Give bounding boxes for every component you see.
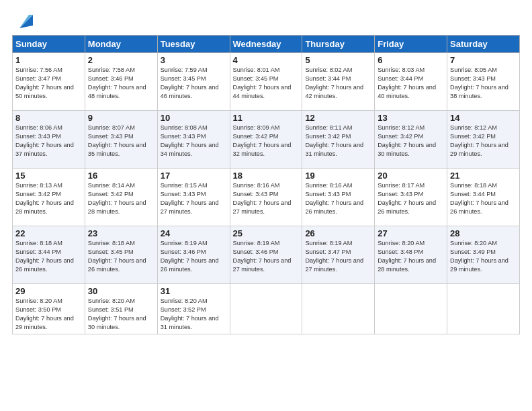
calendar-header-sunday: Sunday xyxy=(13,36,85,53)
day-number: 13 xyxy=(378,113,444,123)
calendar-cell xyxy=(302,284,375,334)
day-info: Sunrise: 8:19 AMSunset: 3:46 PMDaylight:… xyxy=(233,240,292,273)
calendar-week-row: 15 Sunrise: 8:13 AMSunset: 3:42 PMDaylig… xyxy=(13,169,520,226)
day-number: 3 xyxy=(161,55,227,65)
calendar-week-row: 22 Sunrise: 8:18 AMSunset: 3:44 PMDaylig… xyxy=(13,226,520,284)
page: SundayMondayTuesdayWednesdayThursdayFrid… xyxy=(0,0,532,341)
day-info: Sunrise: 7:56 AMSunset: 3:47 PMDaylight:… xyxy=(15,66,74,99)
day-number: 5 xyxy=(305,55,371,65)
calendar-cell: 5 Sunrise: 8:02 AMSunset: 3:44 PMDayligh… xyxy=(302,53,375,111)
calendar-header-row: SundayMondayTuesdayWednesdayThursdayFrid… xyxy=(13,36,520,53)
day-info: Sunrise: 8:11 AMSunset: 3:42 PMDaylight:… xyxy=(305,124,363,157)
calendar-cell: 4 Sunrise: 8:01 AMSunset: 3:45 PMDayligh… xyxy=(230,53,302,111)
day-number: 23 xyxy=(88,228,154,238)
day-info: Sunrise: 8:19 AMSunset: 3:47 PMDaylight:… xyxy=(305,240,363,273)
calendar-cell: 7 Sunrise: 8:05 AMSunset: 3:43 PMDayligh… xyxy=(447,53,520,111)
day-info: Sunrise: 8:15 AMSunset: 3:43 PMDaylight:… xyxy=(161,182,219,215)
day-number: 19 xyxy=(305,171,371,181)
calendar-cell: 15 Sunrise: 8:13 AMSunset: 3:42 PMDaylig… xyxy=(13,169,85,226)
calendar-cell: 30 Sunrise: 8:20 AMSunset: 3:51 PMDaylig… xyxy=(85,284,157,334)
calendar-header-thursday: Thursday xyxy=(302,36,375,53)
calendar-cell: 28 Sunrise: 8:20 AMSunset: 3:49 PMDaylig… xyxy=(447,226,520,284)
day-number: 31 xyxy=(161,286,227,296)
day-number: 9 xyxy=(88,113,154,123)
calendar-header-saturday: Saturday xyxy=(447,36,520,53)
day-number: 18 xyxy=(233,171,300,181)
day-number: 10 xyxy=(161,113,227,123)
calendar-header-wednesday: Wednesday xyxy=(230,36,302,53)
calendar-cell xyxy=(447,284,520,334)
calendar-cell: 22 Sunrise: 8:18 AMSunset: 3:44 PMDaylig… xyxy=(13,226,85,284)
day-number: 4 xyxy=(233,55,300,65)
day-info: Sunrise: 8:18 AMSunset: 3:45 PMDaylight:… xyxy=(88,240,146,273)
calendar-cell: 24 Sunrise: 8:19 AMSunset: 3:46 PMDaylig… xyxy=(157,226,230,284)
calendar-cell: 6 Sunrise: 8:03 AMSunset: 3:44 PMDayligh… xyxy=(375,53,447,111)
day-info: Sunrise: 8:02 AMSunset: 3:44 PMDaylight:… xyxy=(305,66,363,99)
day-info: Sunrise: 8:14 AMSunset: 3:42 PMDaylight:… xyxy=(88,182,146,215)
day-info: Sunrise: 8:18 AMSunset: 3:44 PMDaylight:… xyxy=(450,182,508,215)
day-number: 2 xyxy=(88,55,154,65)
day-info: Sunrise: 8:20 AMSunset: 3:48 PMDaylight:… xyxy=(378,240,436,273)
calendar-cell: 19 Sunrise: 8:16 AMSunset: 3:43 PMDaylig… xyxy=(302,169,375,226)
calendar-cell: 3 Sunrise: 7:59 AMSunset: 3:45 PMDayligh… xyxy=(157,53,230,111)
logo xyxy=(12,12,36,31)
day-number: 17 xyxy=(161,171,227,181)
day-number: 7 xyxy=(450,55,517,65)
calendar-cell: 27 Sunrise: 8:20 AMSunset: 3:48 PMDaylig… xyxy=(375,226,447,284)
calendar-cell: 17 Sunrise: 8:15 AMSunset: 3:43 PMDaylig… xyxy=(157,169,230,226)
day-number: 14 xyxy=(450,113,517,123)
day-number: 28 xyxy=(450,228,517,238)
day-number: 27 xyxy=(378,228,444,238)
day-number: 20 xyxy=(378,171,444,181)
day-info: Sunrise: 8:16 AMSunset: 3:43 PMDaylight:… xyxy=(305,182,363,215)
calendar-cell: 16 Sunrise: 8:14 AMSunset: 3:42 PMDaylig… xyxy=(85,169,157,226)
day-number: 24 xyxy=(161,228,227,238)
calendar-cell xyxy=(230,284,302,334)
logo-icon xyxy=(14,9,36,31)
day-number: 29 xyxy=(15,286,82,296)
calendar-cell: 12 Sunrise: 8:11 AMSunset: 3:42 PMDaylig… xyxy=(302,111,375,169)
day-info: Sunrise: 8:20 AMSunset: 3:49 PMDaylight:… xyxy=(450,240,508,273)
calendar-header-friday: Friday xyxy=(375,36,447,53)
day-info: Sunrise: 8:13 AMSunset: 3:42 PMDaylight:… xyxy=(15,182,74,215)
calendar-cell: 1 Sunrise: 7:56 AMSunset: 3:47 PMDayligh… xyxy=(13,53,85,111)
header xyxy=(12,12,520,31)
calendar-cell: 8 Sunrise: 8:06 AMSunset: 3:43 PMDayligh… xyxy=(13,111,85,169)
calendar-week-row: 1 Sunrise: 7:56 AMSunset: 3:47 PMDayligh… xyxy=(13,53,520,111)
day-number: 1 xyxy=(15,55,82,65)
calendar-header-tuesday: Tuesday xyxy=(157,36,230,53)
calendar-cell: 11 Sunrise: 8:09 AMSunset: 3:42 PMDaylig… xyxy=(230,111,302,169)
calendar-cell: 2 Sunrise: 7:58 AMSunset: 3:46 PMDayligh… xyxy=(85,53,157,111)
day-info: Sunrise: 8:01 AMSunset: 3:45 PMDaylight:… xyxy=(233,66,292,99)
day-number: 11 xyxy=(233,113,300,123)
calendar-cell xyxy=(375,284,447,334)
day-number: 6 xyxy=(378,55,444,65)
day-info: Sunrise: 8:12 AMSunset: 3:42 PMDaylight:… xyxy=(450,124,508,157)
day-number: 15 xyxy=(15,171,82,181)
calendar-cell: 26 Sunrise: 8:19 AMSunset: 3:47 PMDaylig… xyxy=(302,226,375,284)
calendar-cell: 13 Sunrise: 8:12 AMSunset: 3:42 PMDaylig… xyxy=(375,111,447,169)
calendar-cell: 29 Sunrise: 8:20 AMSunset: 3:50 PMDaylig… xyxy=(13,284,85,334)
day-number: 21 xyxy=(450,171,517,181)
day-number: 26 xyxy=(305,228,371,238)
day-info: Sunrise: 8:20 AMSunset: 3:50 PMDaylight:… xyxy=(15,298,74,330)
calendar-week-row: 8 Sunrise: 8:06 AMSunset: 3:43 PMDayligh… xyxy=(13,111,520,169)
day-info: Sunrise: 8:06 AMSunset: 3:43 PMDaylight:… xyxy=(15,124,74,157)
calendar-cell: 20 Sunrise: 8:17 AMSunset: 3:43 PMDaylig… xyxy=(375,169,447,226)
calendar-table: SundayMondayTuesdayWednesdayThursdayFrid… xyxy=(12,35,520,334)
calendar-cell: 9 Sunrise: 8:07 AMSunset: 3:43 PMDayligh… xyxy=(85,111,157,169)
day-info: Sunrise: 8:18 AMSunset: 3:44 PMDaylight:… xyxy=(15,240,74,273)
day-info: Sunrise: 8:08 AMSunset: 3:43 PMDaylight:… xyxy=(161,124,219,157)
calendar-cell: 14 Sunrise: 8:12 AMSunset: 3:42 PMDaylig… xyxy=(447,111,520,169)
day-number: 25 xyxy=(233,228,300,238)
calendar-header-monday: Monday xyxy=(85,36,157,53)
day-info: Sunrise: 8:20 AMSunset: 3:51 PMDaylight:… xyxy=(88,298,146,330)
day-number: 30 xyxy=(88,286,154,296)
day-info: Sunrise: 8:19 AMSunset: 3:46 PMDaylight:… xyxy=(161,240,219,273)
calendar-cell: 25 Sunrise: 8:19 AMSunset: 3:46 PMDaylig… xyxy=(230,226,302,284)
day-info: Sunrise: 8:20 AMSunset: 3:52 PMDaylight:… xyxy=(161,298,219,330)
day-info: Sunrise: 8:12 AMSunset: 3:42 PMDaylight:… xyxy=(378,124,436,157)
calendar-cell: 10 Sunrise: 8:08 AMSunset: 3:43 PMDaylig… xyxy=(157,111,230,169)
day-number: 8 xyxy=(15,113,82,123)
day-info: Sunrise: 7:58 AMSunset: 3:46 PMDaylight:… xyxy=(88,66,146,99)
